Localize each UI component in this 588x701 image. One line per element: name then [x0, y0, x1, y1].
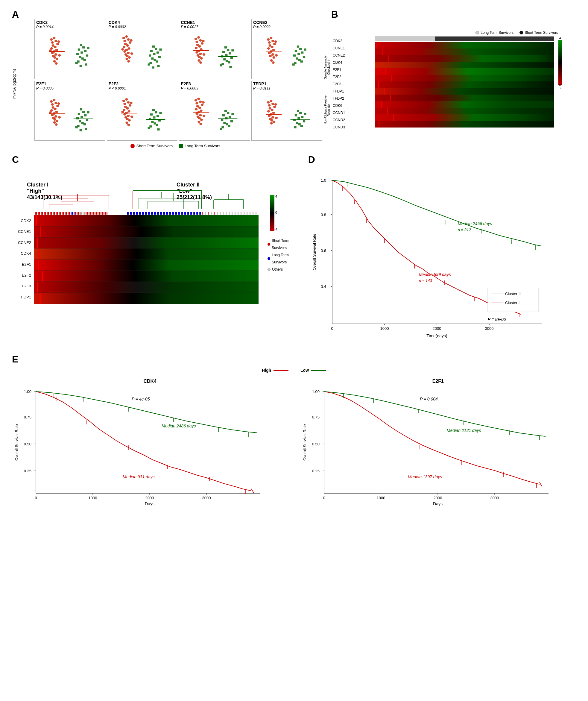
svg-text:3000: 3000 — [485, 326, 494, 331]
svg-text:Overall Survival Rate: Overall Survival Rate — [303, 424, 307, 461]
svg-rect-391 — [128, 212, 129, 215]
svg-point-89 — [202, 40, 205, 42]
svg-text:Cluster II: Cluster II — [505, 291, 521, 296]
svg-rect-285 — [375, 48, 554, 55]
svg-rect-356 — [57, 212, 58, 215]
svg-rect-23 — [84, 50, 86, 52]
svg-rect-105 — [220, 64, 222, 66]
svg-rect-34 — [80, 65, 82, 67]
svg-point-151 — [51, 114, 54, 116]
c-gene-ccne1: CCNE1 — [12, 226, 31, 237]
svg-point-38 — [127, 38, 129, 41]
svg-rect-379 — [91, 212, 92, 215]
svg-point-252 — [273, 106, 276, 108]
survival-cdk4-svg: 1.00 0.75 0.50 0.25 Overall Survival Rat… — [12, 386, 269, 511]
svg-rect-469 — [36, 237, 38, 248]
cluster2-label: Cluster II — [177, 182, 236, 188]
svg-rect-406 — [151, 212, 152, 215]
svg-point-220 — [199, 106, 201, 109]
svg-rect-467 — [36, 215, 37, 226]
svg-rect-302 — [391, 75, 392, 81]
legend-short-term: Short Term Survivors — [130, 144, 173, 148]
gene-b-e2f2: E2F2 — [333, 73, 370, 80]
svg-rect-464 — [34, 271, 259, 282]
svg-rect-350 — [48, 212, 49, 215]
svg-point-231 — [203, 114, 205, 117]
svg-point-229 — [195, 99, 197, 101]
svg-point-255 — [267, 110, 270, 112]
svg-text:3000: 3000 — [202, 496, 211, 500]
svg-point-10 — [54, 53, 57, 56]
svg-rect-460 — [34, 226, 259, 237]
svg-rect-21 — [82, 46, 85, 48]
svg-rect-171 — [83, 123, 86, 126]
gene-b-cdk6: CDK6 — [333, 102, 370, 109]
svg-rect-203 — [153, 116, 155, 119]
legend-long-label: Long Term Survivors — [185, 144, 220, 148]
svg-text:Cluster I: Cluster I — [505, 300, 520, 305]
svg-rect-362 — [66, 212, 67, 215]
svg-rect-345 — [41, 212, 42, 215]
svg-rect-445 — [217, 212, 218, 215]
svg-rect-397 — [137, 212, 138, 215]
svg-point-225 — [199, 114, 202, 116]
dotplot-ccne2-svg — [252, 29, 322, 74]
svg-rect-398 — [139, 212, 140, 215]
svg-rect-59 — [150, 50, 152, 52]
svg-rect-267 — [297, 110, 299, 112]
dotplot-e2f3: E2F3 P = 0.0003 — [179, 81, 250, 141]
dotplot-e2f2: E2F2 P < 0.0001 — [107, 81, 178, 141]
svg-rect-353 — [53, 212, 54, 215]
svg-rect-352 — [51, 212, 52, 215]
legend-e-low-label: Low — [300, 368, 309, 373]
svg-text:0.50: 0.50 — [24, 442, 31, 446]
svg-point-188 — [123, 113, 126, 115]
gene-e2f1-pval: P = 0.0005 — [35, 86, 105, 90]
svg-rect-207 — [154, 123, 156, 125]
svg-rect-293 — [375, 101, 554, 108]
svg-text:Median 899 days: Median 899 days — [419, 272, 451, 277]
svg-point-2 — [51, 41, 54, 44]
svg-rect-95 — [222, 51, 225, 53]
svg-point-145 — [56, 105, 59, 107]
svg-rect-139 — [292, 63, 295, 65]
svg-text:1.0: 1.0 — [321, 178, 326, 183]
svg-rect-294 — [375, 108, 554, 114]
svg-rect-366 — [72, 212, 73, 215]
svg-rect-381 — [94, 212, 95, 215]
svg-text:Time(days): Time(days) — [426, 333, 448, 338]
svg-rect-306 — [381, 101, 382, 108]
svg-rect-418 — [169, 212, 170, 215]
svg-rect-61 — [153, 53, 155, 55]
svg-rect-33 — [85, 63, 87, 65]
dotplot-e2f2-svg — [107, 90, 178, 135]
svg-rect-166 — [80, 116, 83, 118]
svg-rect-205 — [158, 120, 161, 122]
svg-rect-268 — [299, 112, 302, 114]
svg-point-75 — [199, 39, 202, 42]
svg-point-149 — [55, 111, 58, 113]
svg-text:Median 1397 days: Median 1397 days — [408, 474, 442, 479]
svg-rect-365 — [71, 212, 71, 215]
legend-c-others: Others — [268, 266, 302, 273]
svg-text:0.6: 0.6 — [321, 248, 326, 253]
heatmap-b: Long Term Survivors Short Term Survivors… — [331, 30, 576, 132]
svg-rect-369 — [77, 212, 77, 215]
svg-rect-301 — [385, 68, 386, 75]
dotplot-cdk4: CDK4 P = 0.0002 — [107, 19, 178, 79]
svg-rect-307 — [387, 108, 388, 114]
svg-rect-412 — [160, 212, 161, 215]
svg-rect-482 — [270, 195, 274, 231]
panel-c-label: C — [12, 154, 19, 165]
svg-point-44 — [127, 47, 130, 50]
svg-rect-470 — [39, 248, 40, 259]
legend-long-term: Long Term Survivors — [179, 144, 220, 148]
svg-point-158 — [49, 111, 51, 114]
svg-text:1000: 1000 — [380, 326, 389, 331]
gene-e2f3-title: E2F3 — [179, 81, 250, 86]
svg-rect-354 — [54, 212, 55, 215]
svg-point-91 — [198, 59, 201, 62]
svg-rect-246 — [220, 128, 222, 130]
svg-text:1.00: 1.00 — [312, 390, 319, 394]
svg-rect-442 — [214, 212, 215, 215]
